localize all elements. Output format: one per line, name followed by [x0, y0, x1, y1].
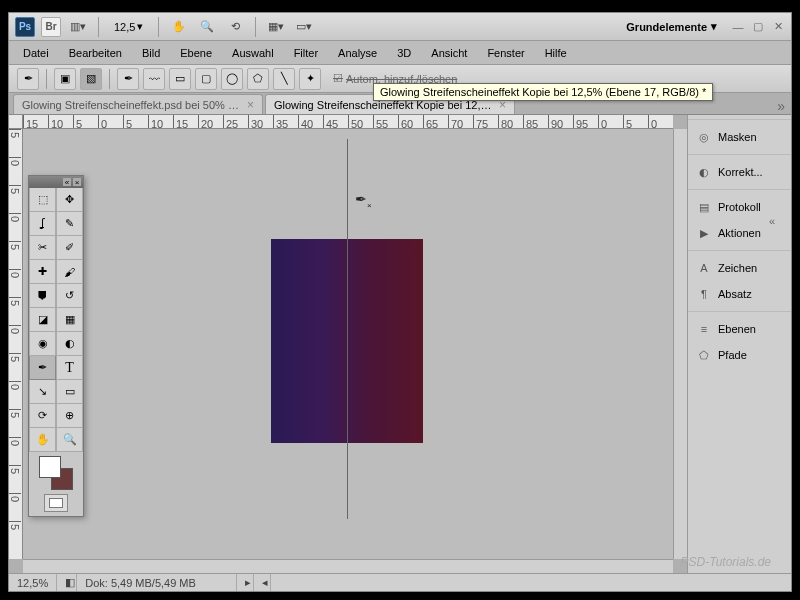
guide-line[interactable]	[347, 139, 348, 519]
roundrect-shape[interactable]: ▢	[195, 68, 217, 90]
menu-analyse[interactable]: Analyse	[328, 43, 387, 63]
rotate-view-icon[interactable]: ⟲	[224, 16, 246, 38]
line-shape[interactable]: ╲	[273, 68, 295, 90]
status-menu-icon[interactable]: ▸	[237, 574, 254, 591]
pen-tool[interactable]: ✒	[29, 356, 56, 380]
close-button[interactable]: ✕	[771, 20, 785, 34]
eyedropper-tool[interactable]: ✐	[56, 236, 83, 260]
expand-panels-icon[interactable]: «	[769, 215, 783, 229]
marquee-tool[interactable]: ⬚	[29, 188, 56, 212]
document-tooltip: Glowing Streifenscheineffekt Kopie bei 1…	[373, 83, 713, 101]
document-tab[interactable]: Glowing Streifenscheineffekt.psd bei 50%…	[13, 94, 263, 114]
pen-cursor-icon: ✒×	[355, 191, 372, 210]
zoom-tool[interactable]: 🔍	[56, 428, 83, 452]
lasso-tool[interactable]: ʆ	[29, 212, 56, 236]
ruler-origin[interactable]	[9, 115, 23, 129]
freeform-pen-subtool[interactable]: 〰	[143, 68, 165, 90]
panel-label: Absatz	[718, 288, 752, 300]
panel-icon: ▤	[696, 199, 712, 215]
photoshop-logo-icon[interactable]: Ps	[15, 17, 35, 37]
quick-select-tool[interactable]: ✎	[56, 212, 83, 236]
panel-label: Aktionen	[718, 227, 761, 239]
canvas[interactable]: ✒×	[23, 129, 673, 559]
panel-header[interactable]: « ×	[29, 176, 83, 188]
crop-tool[interactable]: ✂	[29, 236, 56, 260]
hand-tool[interactable]: ✋	[29, 428, 56, 452]
current-tool-icon[interactable]: ✒	[17, 68, 39, 90]
gradient-tool[interactable]: ▦	[56, 308, 83, 332]
stamp-tool[interactable]: ⛊	[29, 284, 56, 308]
layout-dropdown[interactable]: ▥▾	[67, 16, 89, 38]
horizontal-ruler[interactable]: 1510505101520253035404550556065707580859…	[23, 115, 673, 129]
type-tool[interactable]: T	[56, 356, 83, 380]
dodge-tool[interactable]: ◐	[56, 332, 83, 356]
polygon-shape[interactable]: ⬠	[247, 68, 269, 90]
minimize-button[interactable]: —	[731, 20, 745, 34]
zoom-level-combo[interactable]: 12,5 ▾	[108, 18, 149, 35]
close-icon[interactable]: ×	[247, 98, 254, 112]
quick-mask-toggle[interactable]	[44, 494, 68, 512]
menu-fenster[interactable]: Fenster	[477, 43, 534, 63]
screen-mode-icon[interactable]: ▭▾	[293, 16, 315, 38]
bridge-logo-icon[interactable]: Br	[41, 17, 61, 37]
blur-tool[interactable]: ◉	[29, 332, 56, 356]
workspace-switcher[interactable]: Grundelemente ▾	[618, 17, 725, 36]
paths-mode[interactable]: ▧	[80, 68, 102, 90]
menu-hilfe[interactable]: Hilfe	[535, 43, 577, 63]
tab-overflow-icon[interactable]: »	[777, 98, 785, 114]
path-select-tool[interactable]: ↘	[29, 380, 56, 404]
tools-panel[interactable]: « × ⬚ ✥ ʆ ✎ ✂ ✐ ✚ 🖌 ⛊ ↺ ◪ ▦ ◉ ◐ ✒ T ↘ ▭ …	[28, 175, 84, 517]
maximize-button[interactable]: ▢	[751, 20, 765, 34]
3d-tool[interactable]: ⟳	[29, 404, 56, 428]
horizontal-scrollbar[interactable]	[23, 559, 673, 573]
menu-filter[interactable]: Filter	[284, 43, 328, 63]
scroll-left-icon[interactable]: ◂	[254, 574, 271, 591]
3d-camera-tool[interactable]: ⊕	[56, 404, 83, 428]
menu-ansicht[interactable]: Ansicht	[421, 43, 477, 63]
menu-bearbeiten[interactable]: Bearbeiten	[59, 43, 132, 63]
status-icon[interactable]: ◧	[57, 574, 77, 591]
menu-ebene[interactable]: Ebene	[170, 43, 222, 63]
healing-tool[interactable]: ✚	[29, 260, 56, 284]
history-brush-tool[interactable]: ↺	[56, 284, 83, 308]
menu-3d[interactable]: 3D	[387, 43, 421, 63]
rect-shape[interactable]: ▭	[169, 68, 191, 90]
arrange-docs-icon[interactable]: ▦▾	[265, 16, 287, 38]
panel-label: Zeichen	[718, 262, 757, 274]
custom-shape[interactable]: ✦	[299, 68, 321, 90]
shape-layers-mode[interactable]: ▣	[54, 68, 76, 90]
color-swatches[interactable]	[39, 456, 73, 490]
status-bar: 12,5% ◧ Dok: 5,49 MB/5,49 MB ▸ ◂	[9, 573, 791, 591]
zoom-tool-icon[interactable]: 🔍	[196, 16, 218, 38]
menu-datei[interactable]: Datei	[13, 43, 59, 63]
panel-tab[interactable]: ⬠Pfade	[688, 342, 791, 368]
panel-tab[interactable]: ◐Korrekt...	[688, 159, 791, 185]
brush-tool[interactable]: 🖌	[56, 260, 83, 284]
shape-tool[interactable]: ▭	[56, 380, 83, 404]
panel-icon: ◎	[696, 129, 712, 145]
collapse-icon[interactable]: «	[63, 178, 71, 186]
panel-icon: ⬠	[696, 347, 712, 363]
vertical-scrollbar[interactable]	[673, 129, 687, 559]
panel-icon: A	[696, 260, 712, 276]
foreground-color-swatch[interactable]	[39, 456, 61, 478]
menu-bild[interactable]: Bild	[132, 43, 170, 63]
ellipse-shape[interactable]: ◯	[221, 68, 243, 90]
document-size-readout[interactable]: Dok: 5,49 MB/5,49 MB	[77, 574, 237, 591]
menu-auswahl[interactable]: Auswahl	[222, 43, 284, 63]
move-tool[interactable]: ✥	[56, 188, 83, 212]
pen-subtool[interactable]: ✒	[117, 68, 139, 90]
hand-tool-icon[interactable]: ✋	[168, 16, 190, 38]
panel-label: Protokoll	[718, 201, 761, 213]
panel-tab[interactable]: ◎Masken	[688, 124, 791, 150]
panel-tab[interactable]: ≡Ebenen	[688, 316, 791, 342]
menu-bar: Datei Bearbeiten Bild Ebene Auswahl Filt…	[9, 41, 791, 65]
panel-icon: ◐	[696, 164, 712, 180]
eraser-tool[interactable]: ◪	[29, 308, 56, 332]
close-icon[interactable]: ×	[73, 178, 81, 186]
panel-tab[interactable]: ¶Absatz	[688, 281, 791, 307]
vertical-ruler[interactable]: 505050505050505	[9, 129, 23, 559]
panel-label: Korrekt...	[718, 166, 763, 178]
panel-tab[interactable]: AZeichen	[688, 255, 791, 281]
zoom-readout[interactable]: 12,5%	[9, 574, 57, 591]
